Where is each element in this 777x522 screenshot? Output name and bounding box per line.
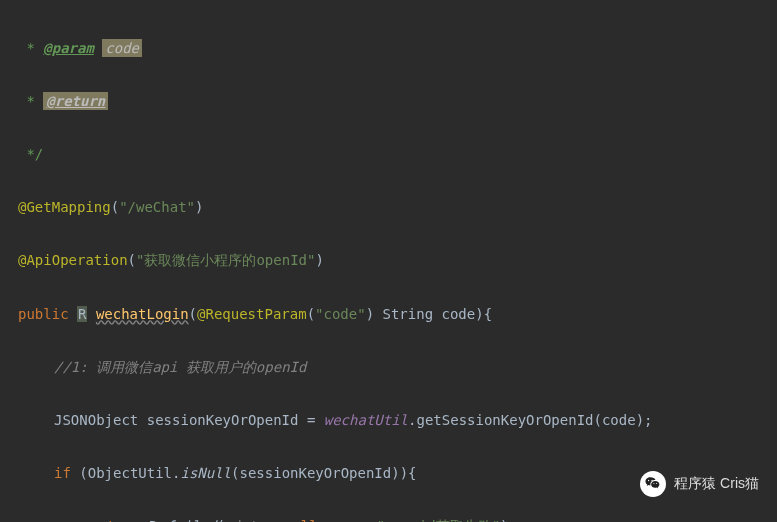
var-name: sessionKeyOrOpenId [147,412,299,428]
annotation-apioperation: @ApiOperation [18,252,128,268]
comment: //1: 调用微信api 获取用户的openId [54,359,306,375]
code-line: * @return [18,88,777,115]
javadoc-param-tag: @param [43,40,94,56]
string-literal: "code" [315,306,366,322]
javadoc-return-tag: @return [43,92,108,110]
javadoc-star: * [18,93,43,109]
param-code: code [442,306,476,322]
keyword-null: null [284,518,318,522]
javadoc-end: */ [18,146,43,162]
code-editor[interactable]: * @param code * @return */ @GetMapping("… [0,8,777,522]
param-hint: data: [233,518,275,522]
annotation-requestparam: @RequestParam [197,306,307,322]
annotation-getmapping: @GetMapping [18,199,111,215]
string-literal: "openid获取失败" [377,518,500,522]
field-wechatutil: wechatUtil [324,412,408,428]
param-hint: msg: [335,518,369,522]
watermark-text: 程序猿 Cris猫 [674,470,759,497]
string-literal: "/weChat" [119,199,195,215]
code-line: @GetMapping("/weChat") [18,194,777,221]
code-line: return R.failed( data: null, msg: "openi… [18,513,777,522]
method-failed: failed [166,518,217,522]
javadoc-param-name: code [102,39,142,57]
var-ref: code [602,412,636,428]
keyword-if: if [54,465,71,481]
method-call: getSessionKeyOrOpenId [416,412,593,428]
string-literal: "获取微信小程序的openId" [136,252,315,268]
keyword-public: public [18,306,69,322]
type-R: R [77,306,87,322]
watermark: 程序猿 Cris猫 [640,470,759,497]
code-line: * @param code [18,35,777,62]
code-line: //1: 调用微信api 获取用户的openId [18,354,777,381]
javadoc-star: * [18,40,43,56]
var-ref: sessionKeyOrOpenId [239,465,391,481]
method-isnull: isNull [180,465,231,481]
code-line: public R wechatLogin(@RequestParam("code… [18,301,777,328]
method-name: wechatLogin [96,306,189,322]
code-line: JSONObject sessionKeyOrOpenId = wechatUt… [18,407,777,434]
code-line: */ [18,141,777,168]
wechat-icon [640,471,666,497]
keyword-return: return [90,518,141,522]
code-line: @ApiOperation("获取微信小程序的openId") [18,247,777,274]
class-objectutil: ObjectUtil [88,465,172,481]
type-jsonobject: JSONObject [54,412,138,428]
type-string: String [383,306,434,322]
